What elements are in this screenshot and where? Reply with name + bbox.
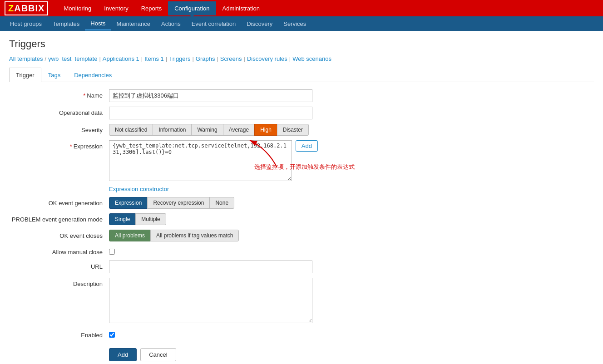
nav-administration[interactable]: Administration (216, 1, 266, 15)
nav-host-groups[interactable]: Host groups (5, 18, 47, 30)
expression-constructor-row: Expression constructor (9, 186, 594, 192)
breadcrumb-applications[interactable]: Applications 1 (103, 55, 139, 62)
main-content: Triggers All templates / ywb_test_templa… (0, 31, 603, 364)
trigger-form: *Name Operational data Severity Not clas… (9, 89, 594, 361)
expression-label: *Expression (9, 140, 109, 150)
ok-closes-tag-match[interactable]: All problems if tag values match (150, 230, 239, 241)
breadcrumb-sep4: | (166, 55, 167, 62)
operational-data-input[interactable] (109, 107, 312, 119)
url-control (109, 261, 318, 273)
top-navigation: ZABBIX Monitoring Inventory Reports Conf… (0, 0, 603, 16)
nav-inventory[interactable]: Inventory (98, 1, 134, 15)
enabled-control (109, 329, 318, 339)
ok-event-none[interactable]: None (209, 197, 234, 209)
severity-label: Severity (9, 124, 109, 133)
name-row: *Name (9, 89, 594, 102)
expression-required-marker: * (70, 143, 72, 150)
nav-discovery[interactable]: Discovery (241, 18, 278, 30)
form-cancel-button[interactable]: Cancel (140, 348, 176, 361)
breadcrumb-sep3: | (141, 55, 143, 62)
sev-disaster[interactable]: Disaster (277, 124, 309, 136)
enabled-checkbox[interactable] (109, 332, 115, 338)
description-row: Description (9, 278, 594, 325)
breadcrumb: All templates / ywb_test_template | Appl… (9, 55, 594, 62)
operational-data-control (109, 107, 318, 119)
sev-information[interactable]: Information (153, 124, 192, 136)
ok-event-recovery-expression[interactable]: Recovery expression (147, 197, 210, 209)
name-input[interactable] (109, 89, 312, 102)
top-nav-items: Monitoring Inventory Reports Configurati… (57, 1, 266, 15)
enabled-row: Enabled (9, 329, 594, 339)
tab-tags[interactable]: Tags (41, 68, 67, 82)
ok-event-generation-label: OK event generation (9, 197, 109, 207)
breadcrumb-discovery-rules[interactable]: Discovery rules (247, 55, 287, 62)
nav-maintenance[interactable]: Maintenance (111, 18, 156, 30)
ok-event-generation-row: OK event generation Expression Recovery … (9, 197, 594, 209)
problem-mode-control: Single Multiple (109, 213, 318, 225)
breadcrumb-web-scenarios[interactable]: Web scenarios (292, 55, 331, 62)
form-add-button[interactable]: Add (109, 348, 137, 361)
name-label: *Name (9, 89, 109, 99)
breadcrumb-sep6: | (217, 55, 218, 62)
breadcrumb-items[interactable]: Items 1 (144, 55, 164, 62)
ok-event-generation-control: Expression Recovery expression None (109, 197, 318, 209)
breadcrumb-triggers[interactable]: Triggers (169, 55, 190, 62)
nav-actions[interactable]: Actions (156, 18, 186, 30)
name-control (109, 89, 318, 102)
ok-event-closes-row: OK event closes All problems All problem… (9, 230, 594, 241)
logo-z: Z (8, 3, 14, 13)
operational-data-row: Operational data (9, 107, 594, 119)
problem-mode-multiple[interactable]: Multiple (135, 213, 166, 225)
sev-high[interactable]: High (254, 124, 277, 136)
sev-not-classified[interactable]: Not classified (109, 124, 153, 136)
allow-manual-close-checkbox[interactable] (109, 249, 115, 255)
severity-row: Severity Not classified Information Warn… (9, 124, 594, 136)
enabled-label: Enabled (9, 329, 109, 339)
tab-dependencies[interactable]: Dependencies (67, 68, 119, 82)
allow-manual-close-row: Allow manual close (9, 246, 594, 256)
expression-add-button[interactable]: Add (296, 140, 318, 152)
nav-monitoring[interactable]: Monitoring (57, 1, 98, 15)
expression-row: *Expression {ywb_test_template:net.tcp.s… (9, 140, 594, 181)
expression-constructor-link[interactable]: Expression constructor (109, 186, 169, 192)
severity-control: Not classified Information Warning Avera… (109, 124, 318, 136)
add-btn-wrapper: Add (296, 140, 318, 152)
nav-configuration[interactable]: Configuration (168, 1, 216, 15)
ok-event-closes-buttons: All problems All problems if tag values … (109, 230, 318, 241)
ok-closes-all-problems[interactable]: All problems (109, 230, 151, 241)
description-label: Description (9, 278, 109, 287)
breadcrumb-sep2: | (99, 55, 100, 62)
breadcrumb-template-name[interactable]: ywb_test_template (48, 55, 97, 62)
ok-event-closes-control: All problems All problems if tag values … (109, 230, 318, 241)
problem-mode-row: PROBLEM event generation mode Single Mul… (9, 213, 594, 225)
nav-hosts[interactable]: Hosts (85, 17, 111, 30)
ok-event-closes-label: OK event closes (9, 230, 109, 239)
sev-average[interactable]: Average (223, 124, 255, 136)
breadcrumb-screens[interactable]: Screens (220, 55, 242, 62)
nav-event-correlation[interactable]: Event correlation (186, 18, 242, 30)
operational-data-label: Operational data (9, 107, 109, 116)
url-row: URL (9, 261, 594, 273)
name-required-marker: * (83, 92, 85, 99)
breadcrumb-sep1: / (44, 55, 46, 62)
problem-mode-single[interactable]: Single (109, 213, 136, 225)
logo[interactable]: ZABBIX (5, 1, 48, 15)
nav-reports[interactable]: Reports (135, 1, 168, 15)
ok-event-buttons: Expression Recovery expression None (109, 197, 318, 209)
expression-control: {ywb_test_template:net.tcp.service[telne… (109, 140, 318, 181)
bottom-buttons: Add Cancel (9, 348, 594, 361)
nav-templates[interactable]: Templates (47, 18, 85, 30)
tab-trigger[interactable]: Trigger (9, 68, 41, 82)
url-input[interactable] (109, 261, 312, 273)
description-textarea[interactable] (109, 278, 312, 323)
nav-services[interactable]: Services (278, 18, 311, 30)
expression-textarea[interactable]: {ywb_test_template:net.tcp.service[telne… (109, 140, 292, 181)
problem-mode-label: PROBLEM event generation mode (9, 213, 109, 223)
breadcrumb-sep8: | (289, 55, 291, 62)
breadcrumb-all-templates[interactable]: All templates (9, 55, 43, 62)
breadcrumb-graphs[interactable]: Graphs (196, 55, 215, 62)
ok-event-expression[interactable]: Expression (109, 197, 148, 209)
sev-warning[interactable]: Warning (191, 124, 223, 136)
expr-constructor-spacer (9, 186, 109, 188)
allow-manual-close-control (109, 246, 318, 256)
